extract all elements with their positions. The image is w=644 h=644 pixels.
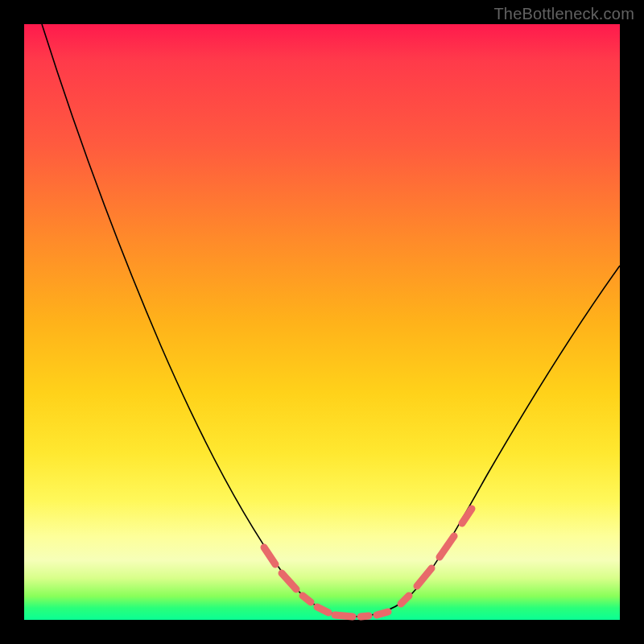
attribution-text: TheBottleneck.com bbox=[493, 5, 634, 23]
right-ascent-dashes bbox=[401, 509, 472, 604]
outer-frame: TheBottleneck.com bbox=[0, 0, 644, 644]
valley-floor-dashes bbox=[335, 612, 388, 617]
plot-area bbox=[24, 24, 620, 620]
bottleneck-curve bbox=[42, 24, 620, 617]
left-descent-dashes bbox=[264, 547, 328, 613]
curve-svg bbox=[24, 24, 620, 620]
